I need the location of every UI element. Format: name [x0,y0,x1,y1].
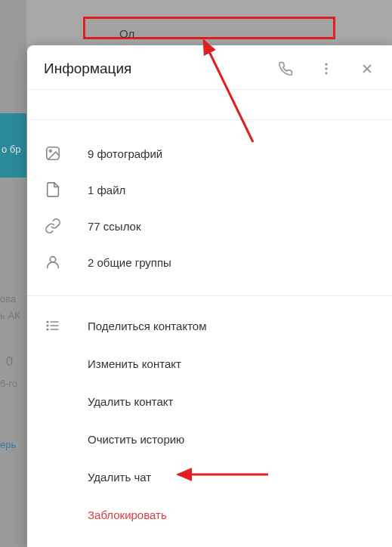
action-delete-contact-label: Удалить контакт [88,395,173,408]
close-icon[interactable] [359,60,375,77]
icon-placeholder [44,354,62,372]
bg-text: 6-го [0,378,17,389]
action-clear-history[interactable]: Очистить историю [27,420,392,458]
icon-placeholder [44,392,62,410]
action-share-label: Поделиться контактом [88,320,207,332]
action-delete-chat[interactable]: Удалить чат [27,458,392,496]
photo-icon [44,144,62,162]
icon-placeholder [44,430,62,448]
svg-point-6 [49,150,51,152]
action-delete-contact[interactable]: Удалить контакт [27,382,392,420]
bg-text: ь АК [0,310,20,321]
spacer [27,90,392,120]
call-icon[interactable] [277,60,294,77]
action-edit-contact[interactable]: Изменить контакт [27,345,392,382]
bg-text: о бр [2,144,21,155]
header-icons [277,60,375,77]
svg-point-13 [47,329,48,330]
media-photos[interactable]: 9 фотографий [27,135,392,172]
panel-title: Информация [44,60,277,77]
list-icon [44,317,62,335]
link-icon [44,217,62,235]
bg-text: 0 [6,355,13,369]
media-section: 9 фотографий 1 файл 77 ссылок [27,120,392,296]
action-share-contact[interactable]: Поделиться контактом [27,307,392,345]
media-files-label: 1 файл [88,184,125,196]
svg-point-0 [325,63,327,66]
panel-header: Информация [27,45,392,90]
icon-placeholder [44,468,62,486]
media-photos-label: 9 фотографий [88,147,162,160]
svg-point-7 [50,257,55,262]
file-icon [44,181,62,199]
chat-name-partial: Ол [119,27,134,40]
action-block-label: Заблокировать [88,508,167,521]
svg-point-1 [325,67,327,70]
svg-point-12 [47,325,48,326]
person-icon [44,253,62,271]
bg-sidebar [0,0,26,547]
media-groups-label: 2 общие группы [88,256,171,269]
media-files[interactable]: 1 файл [27,172,392,208]
media-groups[interactable]: 2 общие группы [27,244,392,280]
action-delete-chat-label: Удалить чат [88,471,151,484]
action-edit-label: Изменить контакт [88,357,181,370]
bg-text: ова [0,293,16,304]
info-panel: Информация [27,45,392,547]
more-icon[interactable] [318,60,335,77]
action-block[interactable]: Заблокировать [27,496,392,533]
icon-placeholder [44,505,62,524]
bg-text: ерь [0,439,16,450]
action-clear-history-label: Очистить историю [88,433,184,446]
svg-point-2 [325,72,327,74]
svg-point-11 [47,321,48,323]
actions-section: Поделиться контактом Изменить контакт Уд… [27,296,392,533]
media-links[interactable]: 77 ссылок [27,208,392,244]
media-links-label: 77 ссылок [88,220,140,233]
